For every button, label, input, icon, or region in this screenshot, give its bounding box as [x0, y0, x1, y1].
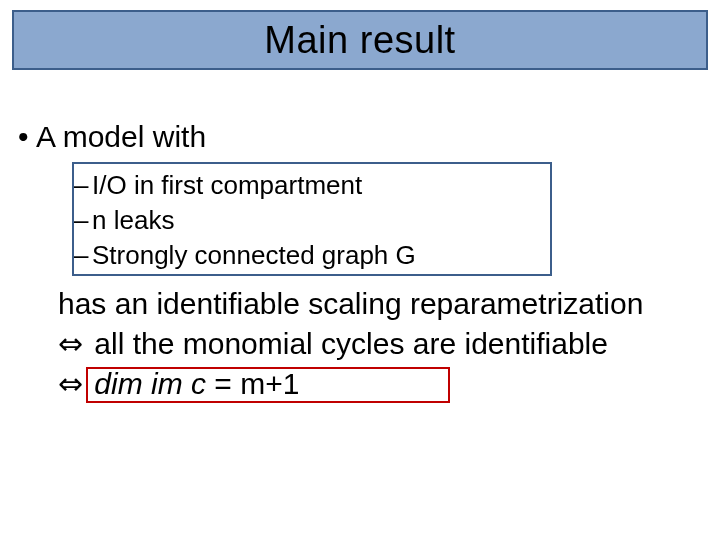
iff-arrow-icon: ⇔: [58, 364, 86, 404]
slide-title: Main result: [264, 19, 455, 62]
sub-item-leaks: n leaks: [92, 203, 532, 238]
body-line2-text: all the monomial cycles are identifiable: [86, 327, 608, 360]
iff-arrow-icon: ⇔: [58, 324, 86, 364]
dim-im-c: dim im c: [94, 367, 206, 400]
body-lines: has an identifiable scaling reparametriz…: [58, 284, 643, 364]
body-line3: ⇔ dim im c = m+1: [58, 364, 299, 404]
title-box: Main result: [12, 10, 708, 70]
sub-item-io: I/O in first compartment: [92, 168, 532, 203]
eq-m-plus-1: = m+1: [206, 367, 299, 400]
sub-item-graph: Strongly connected graph G: [92, 238, 532, 273]
body-line2: ⇔ all the monomial cycles are identifiab…: [58, 324, 643, 364]
bullet-main: A model with: [36, 120, 206, 154]
sub-box: I/O in first compartment n leaks Strongl…: [72, 162, 552, 276]
body-line1: has an identifiable scaling reparametriz…: [58, 284, 643, 324]
slide: Main result A model with I/O in first co…: [0, 0, 720, 540]
